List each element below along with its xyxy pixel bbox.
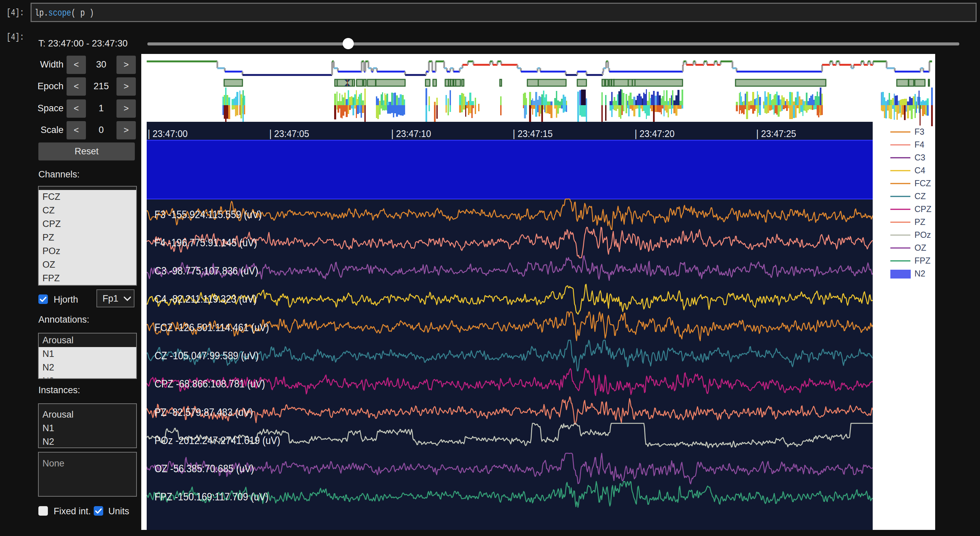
svg-text:F3: F3 [915, 127, 924, 136]
svg-text:C3: C3 [915, 153, 925, 162]
svg-text:C4: C4 [915, 165, 925, 175]
svg-text:PZ: PZ [915, 217, 925, 227]
svg-text:CPZ: CPZ [915, 204, 931, 214]
svg-text:OZ: OZ [915, 243, 926, 252]
svg-text:F4: F4 [915, 140, 924, 149]
svg-text:POz: POz [915, 230, 931, 239]
svg-text:FPZ: FPZ [915, 256, 931, 265]
svg-text:FCZ: FCZ [915, 178, 931, 188]
svg-text:CZ: CZ [915, 191, 926, 201]
svg-text:N2: N2 [915, 269, 925, 278]
